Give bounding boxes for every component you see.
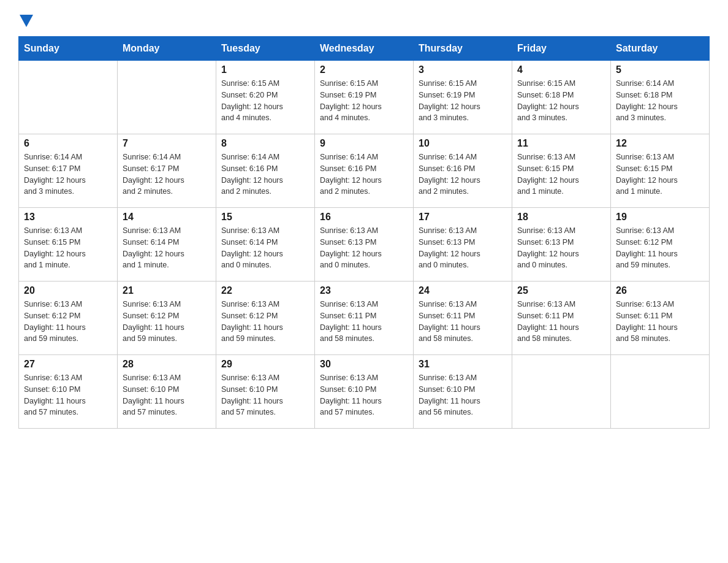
- calendar-cell: 13Sunrise: 6:13 AMSunset: 6:15 PMDayligh…: [19, 208, 118, 282]
- calendar-cell: 10Sunrise: 6:14 AMSunset: 6:16 PMDayligh…: [414, 134, 512, 208]
- calendar-cell: 21Sunrise: 6:13 AMSunset: 6:12 PMDayligh…: [118, 282, 216, 355]
- day-number: 18: [517, 212, 605, 223]
- calendar-cell: 11Sunrise: 6:13 AMSunset: 6:15 PMDayligh…: [512, 134, 611, 208]
- calendar-cell: 18Sunrise: 6:13 AMSunset: 6:13 PMDayligh…: [512, 208, 611, 282]
- calendar-header-row: SundayMondayTuesdayWednesdayThursdayFrid…: [19, 37, 710, 61]
- day-number: 8: [221, 138, 309, 149]
- day-info: Sunrise: 6:13 AMSunset: 6:14 PMDaylight:…: [123, 225, 211, 271]
- calendar-cell: 24Sunrise: 6:13 AMSunset: 6:11 PMDayligh…: [414, 282, 512, 355]
- day-number: 4: [517, 64, 605, 75]
- weekday-header-saturday: Saturday: [611, 37, 710, 61]
- weekday-header-sunday: Sunday: [19, 37, 118, 61]
- day-number: 16: [320, 212, 408, 223]
- calendar-week-row: 27Sunrise: 6:13 AMSunset: 6:10 PMDayligh…: [19, 355, 710, 429]
- day-number: 7: [123, 138, 211, 149]
- day-info: Sunrise: 6:14 AMSunset: 6:16 PMDaylight:…: [419, 151, 507, 197]
- calendar-cell: 27Sunrise: 6:13 AMSunset: 6:10 PMDayligh…: [19, 355, 118, 429]
- calendar-cell: 28Sunrise: 6:13 AMSunset: 6:10 PMDayligh…: [118, 355, 216, 429]
- day-number: 24: [419, 285, 507, 296]
- weekday-header-tuesday: Tuesday: [216, 37, 315, 61]
- day-number: 29: [221, 359, 309, 370]
- logo: [18, 15, 33, 29]
- calendar-cell: 23Sunrise: 6:13 AMSunset: 6:11 PMDayligh…: [315, 282, 414, 355]
- calendar-cell: 12Sunrise: 6:13 AMSunset: 6:15 PMDayligh…: [611, 134, 710, 208]
- day-number: 11: [517, 138, 605, 149]
- calendar-week-row: 6Sunrise: 6:14 AMSunset: 6:17 PMDaylight…: [19, 134, 710, 208]
- calendar-cell: 31Sunrise: 6:13 AMSunset: 6:10 PMDayligh…: [414, 355, 512, 429]
- day-info: Sunrise: 6:13 AMSunset: 6:13 PMDaylight:…: [419, 225, 507, 271]
- day-info: Sunrise: 6:15 AMSunset: 6:19 PMDaylight:…: [419, 78, 507, 124]
- day-number: 2: [320, 64, 408, 75]
- calendar-cell: 15Sunrise: 6:13 AMSunset: 6:14 PMDayligh…: [216, 208, 315, 282]
- day-number: 17: [419, 212, 507, 223]
- calendar-cell: 26Sunrise: 6:13 AMSunset: 6:11 PMDayligh…: [611, 282, 710, 355]
- day-number: 9: [320, 138, 408, 149]
- calendar-cell: 19Sunrise: 6:13 AMSunset: 6:12 PMDayligh…: [611, 208, 710, 282]
- calendar-cell: 1Sunrise: 6:15 AMSunset: 6:20 PMDaylight…: [216, 61, 315, 134]
- day-number: 30: [320, 359, 408, 370]
- calendar-cell: 8Sunrise: 6:14 AMSunset: 6:16 PMDaylight…: [216, 134, 315, 208]
- day-number: 22: [221, 285, 309, 296]
- calendar-cell: [19, 61, 118, 134]
- calendar-cell: 4Sunrise: 6:15 AMSunset: 6:18 PMDaylight…: [512, 61, 611, 134]
- day-number: 1: [221, 64, 309, 75]
- day-number: 26: [616, 285, 704, 296]
- day-number: 27: [24, 359, 112, 370]
- day-info: Sunrise: 6:13 AMSunset: 6:13 PMDaylight:…: [320, 225, 408, 271]
- day-number: 14: [123, 212, 211, 223]
- calendar-cell: 29Sunrise: 6:13 AMSunset: 6:10 PMDayligh…: [216, 355, 315, 429]
- day-number: 15: [221, 212, 309, 223]
- day-number: 12: [616, 138, 704, 149]
- day-info: Sunrise: 6:15 AMSunset: 6:19 PMDaylight:…: [320, 78, 408, 124]
- day-number: 23: [320, 285, 408, 296]
- weekday-header-wednesday: Wednesday: [315, 37, 414, 61]
- day-number: 20: [24, 285, 112, 296]
- calendar-cell: 6Sunrise: 6:14 AMSunset: 6:17 PMDaylight…: [19, 134, 118, 208]
- calendar-week-row: 1Sunrise: 6:15 AMSunset: 6:20 PMDaylight…: [19, 61, 710, 134]
- logo-arrow-icon: [20, 15, 33, 29]
- calendar-cell: 9Sunrise: 6:14 AMSunset: 6:16 PMDaylight…: [315, 134, 414, 208]
- day-info: Sunrise: 6:13 AMSunset: 6:12 PMDaylight:…: [616, 225, 704, 271]
- day-info: Sunrise: 6:13 AMSunset: 6:10 PMDaylight:…: [123, 372, 211, 418]
- calendar-cell: [118, 61, 216, 134]
- calendar-cell: 5Sunrise: 6:14 AMSunset: 6:18 PMDaylight…: [611, 61, 710, 134]
- day-info: Sunrise: 6:14 AMSunset: 6:16 PMDaylight:…: [221, 151, 309, 197]
- calendar-cell: 25Sunrise: 6:13 AMSunset: 6:11 PMDayligh…: [512, 282, 611, 355]
- day-info: Sunrise: 6:14 AMSunset: 6:18 PMDaylight:…: [616, 78, 704, 124]
- day-info: Sunrise: 6:13 AMSunset: 6:11 PMDaylight:…: [517, 299, 605, 345]
- day-info: Sunrise: 6:13 AMSunset: 6:11 PMDaylight:…: [419, 299, 507, 345]
- weekday-header-friday: Friday: [512, 37, 611, 61]
- page-header: [18, 15, 710, 29]
- day-info: Sunrise: 6:14 AMSunset: 6:17 PMDaylight:…: [123, 151, 211, 197]
- svg-marker-0: [20, 15, 33, 27]
- day-info: Sunrise: 6:13 AMSunset: 6:11 PMDaylight:…: [320, 299, 408, 345]
- day-info: Sunrise: 6:13 AMSunset: 6:15 PMDaylight:…: [616, 151, 704, 197]
- day-info: Sunrise: 6:15 AMSunset: 6:18 PMDaylight:…: [517, 78, 605, 124]
- day-info: Sunrise: 6:13 AMSunset: 6:10 PMDaylight:…: [320, 372, 408, 418]
- day-info: Sunrise: 6:13 AMSunset: 6:10 PMDaylight:…: [221, 372, 309, 418]
- day-number: 5: [616, 64, 704, 75]
- day-number: 6: [24, 138, 112, 149]
- day-info: Sunrise: 6:13 AMSunset: 6:15 PMDaylight:…: [517, 151, 605, 197]
- calendar-cell: 17Sunrise: 6:13 AMSunset: 6:13 PMDayligh…: [414, 208, 512, 282]
- day-info: Sunrise: 6:14 AMSunset: 6:16 PMDaylight:…: [320, 151, 408, 197]
- day-info: Sunrise: 6:13 AMSunset: 6:11 PMDaylight:…: [616, 299, 704, 345]
- day-number: 3: [419, 64, 507, 75]
- day-number: 25: [517, 285, 605, 296]
- day-info: Sunrise: 6:13 AMSunset: 6:12 PMDaylight:…: [123, 299, 211, 345]
- day-number: 19: [616, 212, 704, 223]
- day-number: 21: [123, 285, 211, 296]
- calendar-week-row: 13Sunrise: 6:13 AMSunset: 6:15 PMDayligh…: [19, 208, 710, 282]
- calendar-cell: [611, 355, 710, 429]
- day-number: 28: [123, 359, 211, 370]
- day-number: 31: [419, 359, 507, 370]
- calendar-cell: 30Sunrise: 6:13 AMSunset: 6:10 PMDayligh…: [315, 355, 414, 429]
- day-info: Sunrise: 6:13 AMSunset: 6:10 PMDaylight:…: [24, 372, 112, 418]
- day-info: Sunrise: 6:13 AMSunset: 6:15 PMDaylight:…: [24, 225, 112, 271]
- calendar-cell: 2Sunrise: 6:15 AMSunset: 6:19 PMDaylight…: [315, 61, 414, 134]
- weekday-header-monday: Monday: [118, 37, 216, 61]
- day-info: Sunrise: 6:13 AMSunset: 6:13 PMDaylight:…: [517, 225, 605, 271]
- calendar-table: SundayMondayTuesdayWednesdayThursdayFrid…: [18, 36, 710, 429]
- day-info: Sunrise: 6:13 AMSunset: 6:12 PMDaylight:…: [221, 299, 309, 345]
- calendar-cell: 20Sunrise: 6:13 AMSunset: 6:12 PMDayligh…: [19, 282, 118, 355]
